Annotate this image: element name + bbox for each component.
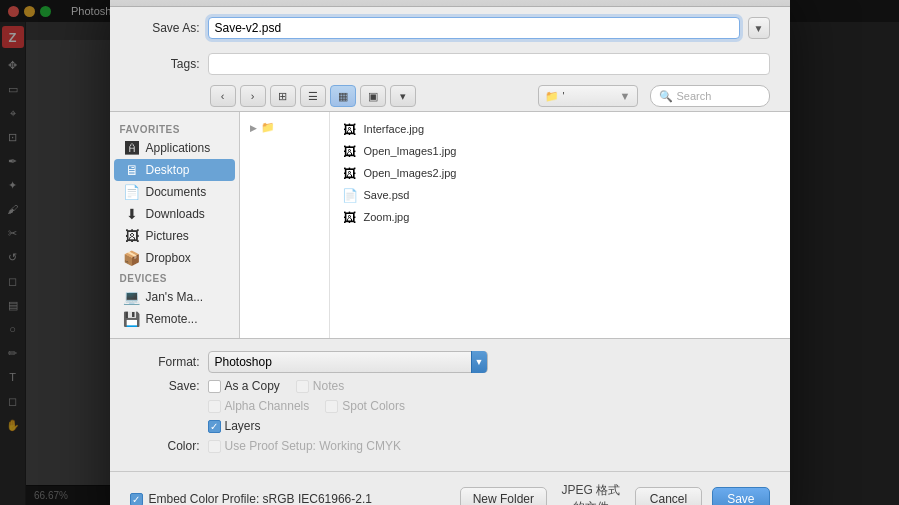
file-icon: 🖼 [342,121,358,137]
view-list-btn[interactable]: ☰ [300,85,326,107]
format-label: Format: [130,355,200,369]
save-checkboxes: As a Copy Notes [208,379,345,393]
layers-cb: ✓ [208,420,221,433]
view-columns-btn[interactable]: ▦ [330,85,356,107]
location-dropdown[interactable]: 📁 ' ▼ [538,85,638,107]
sidebar-item-dropbox[interactable]: 📦 Dropbox [114,247,235,269]
files-main: 🖼 Interface.jpg 🖼 Open_Images1.jpg 🖼 Ope… [330,112,790,338]
nav-arrow-icon: ▶ [250,123,257,133]
sidebar-item-label: Pictures [146,229,189,243]
file-name: Save.psd [364,189,410,201]
sidebar-item-label: Applications [146,141,211,155]
sidebar-item-label: Jan's Ma... [146,290,204,304]
tags-row: Tags: [110,43,790,79]
dropbox-icon: 📦 [124,250,140,266]
dialog-toolbar: ‹ › ⊞ ☰ ▦ ▣ ▾ 📁 ' ▼ 🔍 Search [110,79,790,111]
tags-input[interactable] [208,53,770,75]
file-icon: 🖼 [342,165,358,181]
sidebar-item-pictures[interactable]: 🖼 Pictures [114,225,235,247]
as-a-copy-cb [208,380,221,393]
save-options-row: Save: As a Copy Notes [130,379,770,393]
nav-folder-item[interactable]: ▶ 📁 [246,118,323,137]
notes-cb [296,380,309,393]
location-label: ' [563,90,565,102]
view-more-btn[interactable]: ▾ [390,85,416,107]
cancel-button[interactable]: Cancel [635,487,702,505]
sidebar-item-documents[interactable]: 📄 Documents [114,181,235,203]
save-label: Save: [130,379,200,393]
save-as-label: Save As: [130,21,200,35]
layers-row: ✓ Layers [130,419,770,433]
file-name: Interface.jpg [364,123,425,135]
sidebar-item-applications[interactable]: 🅰 Applications [114,137,235,159]
alpha-label: Alpha Channels [225,399,310,413]
search-box[interactable]: 🔍 Search [650,85,770,107]
notes-label: Notes [313,379,344,393]
file-item[interactable]: 🖼 Interface.jpg [336,118,784,140]
file-item[interactable]: 📄 Save.psd [336,184,784,206]
file-item[interactable]: 🖼 Zoom.jpg [336,206,784,228]
sidebar-item-remote[interactable]: 💾 Remote... [114,308,235,330]
sidebar-item-label: Dropbox [146,251,191,265]
back-btn[interactable]: ‹ [210,85,236,107]
sidebar-item-label: Documents [146,185,207,199]
spot-colors-checkbox[interactable]: Spot Colors [325,399,405,413]
alpha-spot-row: Alpha Channels Spot Colors [130,399,770,413]
save-button[interactable]: Save [712,487,769,505]
dialog-options: Format: Photoshop ▼ Save: As a Copy Note [110,338,790,471]
layers-label: Layers [225,419,261,433]
footer-status: JPEG 格式的文件 [557,482,625,505]
sidebar-item-jan-mac[interactable]: 💻 Jan's Ma... [114,286,235,308]
file-item[interactable]: 🖼 Open_Images1.jpg [336,140,784,162]
dialog-content: Favorites 🅰 Applications 🖥 Desktop 📄 Doc… [110,111,790,338]
file-name: Zoom.jpg [364,211,410,223]
files-nav: ▶ 📁 [240,112,330,338]
file-icon: 🖼 [342,209,358,225]
dialog-titlebar: Save As [110,0,790,7]
nav-folder-label: 📁 [261,121,275,134]
use-proof-checkbox[interactable]: Use Proof Setup: Working CMYK [208,439,402,453]
location-chevron[interactable]: ▼ [748,17,770,39]
file-item[interactable]: 🖼 Open_Images2.jpg [336,162,784,184]
format-select[interactable]: Photoshop ▼ [208,351,488,373]
favorites-section-label: Favorites [110,120,239,137]
dialog-sidebar: Favorites 🅰 Applications 🖥 Desktop 📄 Doc… [110,112,240,338]
tags-label: Tags: [130,57,200,71]
file-name: Open_Images1.jpg [364,145,457,157]
sidebar-item-downloads[interactable]: ⬇ Downloads [114,203,235,225]
proof-cb [208,440,221,453]
view-cover-btn[interactable]: ▣ [360,85,386,107]
sidebar-item-label: Remote... [146,312,198,326]
dialog-overlay: Save As Save As: ▼ Tags: ‹ › ⊞ ☰ ▦ ▣ ▾ 📁… [0,0,899,505]
dialog-files: ▶ 📁 🖼 Interface.jpg 🖼 Open_Images1.jpg 🖼 [240,112,790,338]
format-value: Photoshop [215,355,272,369]
layers-checkbox[interactable]: ✓ Layers [208,419,261,433]
alpha-channels-checkbox[interactable]: Alpha Channels [208,399,310,413]
spot-cb [325,400,338,413]
search-icon: 🔍 [659,90,673,103]
sidebar-item-desktop[interactable]: 🖥 Desktop [114,159,235,181]
save-as-row: Save As: ▼ [110,7,790,43]
embed-profile-checkbox[interactable]: ✓ [130,493,143,506]
desktop-icon: 🖥 [124,162,140,178]
view-icons-btn[interactable]: ⊞ [270,85,296,107]
save-as-dialog: Save As Save As: ▼ Tags: ‹ › ⊞ ☰ ▦ ▣ ▾ 📁… [110,0,790,505]
sidebar-item-label: Desktop [146,163,190,177]
color-label: Color: [130,439,200,453]
dialog-footer: ✓ Embed Color Profile: sRGB IEC61966-2.1… [110,471,790,505]
as-a-copy-checkbox[interactable]: As a Copy [208,379,280,393]
documents-icon: 📄 [124,184,140,200]
format-row: Format: Photoshop ▼ [130,351,770,373]
save-as-input[interactable] [208,17,740,39]
new-folder-button[interactable]: New Folder [460,487,547,505]
remote-icon: 💾 [124,311,140,327]
spot-label: Spot Colors [342,399,405,413]
file-icon: 🖼 [342,143,358,159]
alpha-checkboxes: Alpha Channels Spot Colors [208,399,405,413]
downloads-icon: ⬇ [124,206,140,222]
proof-label: Use Proof Setup: Working CMYK [225,439,402,453]
forward-btn[interactable]: › [240,85,266,107]
notes-checkbox[interactable]: Notes [296,379,344,393]
pictures-icon: 🖼 [124,228,140,244]
sidebar-item-label: Downloads [146,207,205,221]
